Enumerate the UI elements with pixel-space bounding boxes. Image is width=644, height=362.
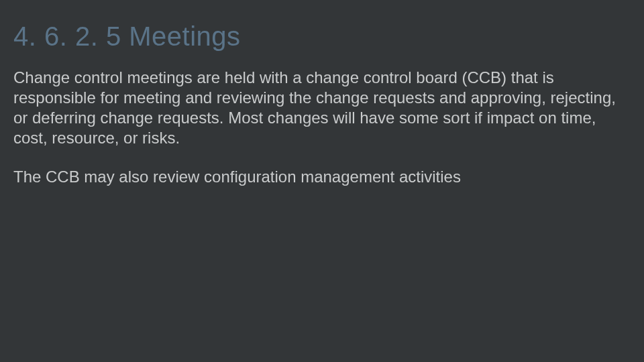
slide-paragraph-2: The CCB may also review configuration ma… <box>13 167 631 187</box>
slide-title: 4. 6. 2. 5 Meetings <box>13 21 631 52</box>
slide: 4. 6. 2. 5 Meetings Change control meeti… <box>0 0 644 362</box>
slide-paragraph-1: Change control meetings are held with a … <box>13 68 631 148</box>
